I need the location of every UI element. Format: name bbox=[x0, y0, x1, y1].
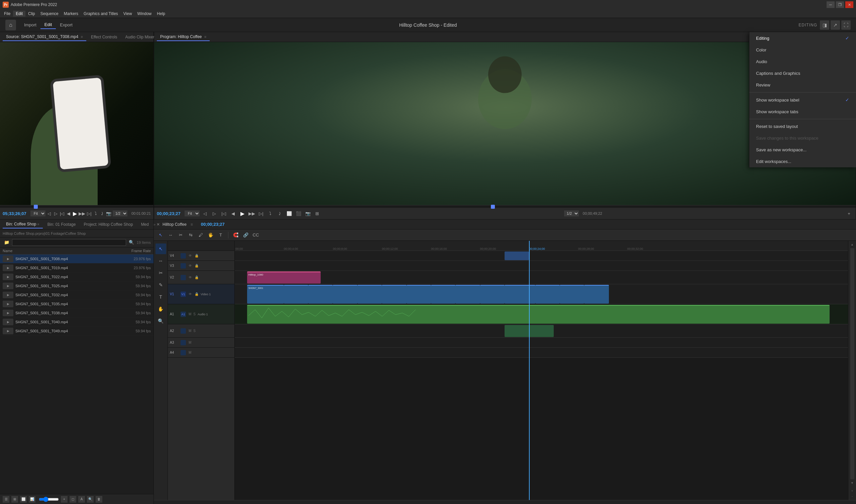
workspace-menu-editing[interactable]: Editing ✓ bbox=[749, 32, 856, 44]
track-lock-v4[interactable]: 🔒 bbox=[194, 254, 199, 257]
track-m-a3[interactable]: M bbox=[189, 341, 191, 344]
mini-scroll-up[interactable]: ▲ bbox=[849, 242, 855, 247]
program-ffwd[interactable]: ▶▶ bbox=[248, 210, 256, 217]
clip-v1-13[interactable] bbox=[560, 285, 584, 304]
track-s-a1[interactable]: S bbox=[193, 312, 195, 316]
workspace-menu-review[interactable]: Review bbox=[749, 79, 856, 91]
tool-zoom[interactable]: 🔍 bbox=[155, 316, 166, 326]
clip-v2-pink[interactable]: Hilltop_1080 bbox=[247, 272, 321, 284]
bin-metadata-view[interactable]: 📊 bbox=[29, 496, 35, 503]
timeline-razor-tool[interactable]: ✂ bbox=[176, 231, 185, 239]
timeline-hand-tool[interactable]: 🖐 bbox=[207, 231, 215, 239]
source-fraction[interactable]: 1/2 bbox=[113, 211, 127, 216]
clip-v1-11[interactable] bbox=[504, 285, 535, 304]
timeline-pen-tool[interactable]: 🖊 bbox=[196, 231, 205, 239]
list-item[interactable]: ▶ SHGN7_S001_S001_T040.mp4 59.94 fps bbox=[0, 318, 153, 327]
workspace-menu-audio[interactable]: Audio bbox=[749, 56, 856, 68]
program-multi[interactable]: ⊞ bbox=[313, 210, 321, 217]
program-play[interactable]: ▶ bbox=[238, 210, 246, 217]
list-item[interactable]: ▶ SHGN7_S001_S001_T035.mp4 59.94 fps bbox=[0, 300, 153, 309]
program-rewind[interactable]: ◀ bbox=[229, 210, 237, 217]
track-lock-v1[interactable]: 🔒 bbox=[194, 292, 199, 296]
program-overwrite[interactable]: ⤸ bbox=[276, 210, 284, 217]
track-lock-v3[interactable]: 🔒 bbox=[194, 264, 199, 268]
tool-pen[interactable]: ✎ bbox=[155, 280, 166, 290]
bin-delete[interactable]: 🗑 bbox=[96, 496, 102, 503]
program-tab[interactable]: Program: Hilltop Coffee ≡ bbox=[157, 33, 210, 41]
clip-v1-7[interactable] bbox=[407, 285, 431, 304]
track-toggle-a4[interactable] bbox=[181, 350, 186, 355]
playhead[interactable] bbox=[529, 241, 530, 500]
clip-v1-2[interactable] bbox=[284, 285, 308, 304]
workspace-menu-edit[interactable]: Edit workspaces... bbox=[749, 156, 856, 167]
workspace-switch-icon[interactable]: ◨ bbox=[820, 20, 829, 30]
track-s-a2[interactable]: S bbox=[193, 329, 195, 332]
bin-freeform-view[interactable]: ⬜ bbox=[20, 496, 27, 503]
track-m-a1[interactable]: M bbox=[189, 312, 191, 316]
workspace-menu-captions[interactable]: Captions and Graphics bbox=[749, 68, 856, 79]
timeline-tab-menu[interactable]: ≡ bbox=[191, 222, 193, 227]
search-button[interactable]: 🔍 bbox=[127, 238, 135, 247]
program-extract[interactable]: ⬛ bbox=[295, 210, 303, 217]
timeline-scrollbar[interactable] bbox=[154, 500, 856, 504]
workspace-menu-show-label[interactable]: Show workspace label ✓ bbox=[749, 94, 856, 106]
clip-v1-10[interactable] bbox=[480, 285, 504, 304]
clip-v1-1[interactable]: SHGN7_S001 bbox=[247, 285, 284, 304]
clip-v1-12[interactable] bbox=[535, 285, 560, 304]
track-toggle-v1[interactable]: V1 bbox=[181, 292, 186, 297]
bin-footage-tab[interactable]: Bin: 01 Footage bbox=[44, 221, 79, 228]
source-tab[interactable]: Source: SHGN7_S001_S001_T008.mp4 ≡ bbox=[3, 33, 86, 41]
mini-zoom-in[interactable]: + bbox=[849, 489, 855, 493]
program-mark-out[interactable]: ▷ bbox=[210, 210, 218, 217]
workspace-menu-reset[interactable]: Reset to saved layout bbox=[749, 121, 856, 132]
tool-text[interactable]: T bbox=[155, 292, 166, 302]
workspace-menu-color[interactable]: Color bbox=[749, 44, 856, 56]
program-scrubber-thumb[interactable] bbox=[491, 205, 495, 209]
source-scrubber-thumb[interactable] bbox=[34, 205, 38, 209]
nav-import[interactable]: Import bbox=[20, 21, 40, 29]
source-rewind[interactable]: ◀ bbox=[66, 210, 71, 217]
track-m-a2[interactable]: M bbox=[189, 329, 191, 332]
timeline-close[interactable]: ✕ bbox=[156, 222, 160, 227]
track-toggle-a2[interactable] bbox=[181, 328, 186, 334]
program-insert[interactable]: ⤵ bbox=[267, 210, 275, 217]
source-mark-out[interactable]: ▷ bbox=[53, 210, 58, 217]
track-toggle-a1[interactable]: A1 bbox=[181, 312, 186, 317]
home-button[interactable]: ⌂ bbox=[5, 20, 16, 30]
program-mark-in[interactable]: ◁ bbox=[201, 210, 209, 217]
workspace-fullscreen-icon[interactable]: ⛶ bbox=[841, 20, 851, 30]
menu-clip[interactable]: Clip bbox=[25, 11, 38, 17]
clip-a1[interactable] bbox=[247, 305, 829, 324]
program-go-in[interactable]: |◁ bbox=[220, 210, 228, 217]
clip-v1-3[interactable] bbox=[308, 285, 333, 304]
timeline-tab-label[interactable]: Hilltop Coffee bbox=[162, 222, 187, 227]
zoom-slider[interactable] bbox=[39, 497, 59, 502]
list-item[interactable]: ▶ SHGN7_S001_S001_T025.mp4 59.94 fps bbox=[0, 282, 153, 291]
source-fit-select[interactable]: Fit bbox=[31, 211, 46, 216]
track-toggle-v3[interactable] bbox=[181, 263, 186, 269]
source-overwrite[interactable]: ⤸ bbox=[100, 210, 105, 217]
mini-scrollbar[interactable] bbox=[850, 248, 854, 479]
minimize-button[interactable]: ─ bbox=[826, 1, 835, 8]
bin-icon-view[interactable]: ⊞ bbox=[11, 496, 18, 503]
workspace-menu-save-new[interactable]: Save as new workspace... bbox=[749, 144, 856, 156]
clip-v1-5[interactable] bbox=[357, 285, 382, 304]
nav-edit[interactable]: Edit bbox=[40, 21, 56, 29]
program-fit-select[interactable]: Fit bbox=[185, 211, 200, 216]
source-export-frame[interactable]: 📷 bbox=[106, 210, 112, 217]
program-tab-menu[interactable]: ≡ bbox=[204, 35, 206, 39]
list-item[interactable]: ▶ SHGN7_S001_S001_T019.mp4 23.976 fps bbox=[0, 264, 153, 272]
menu-window[interactable]: Window bbox=[135, 11, 154, 17]
source-play[interactable]: ▶ bbox=[72, 210, 77, 217]
close-button[interactable]: ✕ bbox=[845, 1, 853, 8]
list-item[interactable]: ▶ SHGN7_S001_S001_T049.mp4 59.94 fps bbox=[0, 327, 153, 336]
program-export-frame[interactable]: 📷 bbox=[304, 210, 312, 217]
timeline-captions-toggle[interactable]: CC bbox=[252, 231, 260, 239]
list-item[interactable]: ▶ SHGN7_S001_S001_T022.mp4 59.94 fps bbox=[0, 272, 153, 282]
mini-scroll-down[interactable]: ▼ bbox=[849, 481, 855, 485]
menu-help[interactable]: Help bbox=[154, 11, 168, 17]
timeline-ripple-tool[interactable]: ↔ bbox=[167, 231, 174, 239]
bin-tab-icon[interactable]: ≡ bbox=[37, 222, 39, 226]
nav-export[interactable]: Export bbox=[56, 21, 76, 29]
track-toggle-a3[interactable] bbox=[181, 340, 186, 345]
